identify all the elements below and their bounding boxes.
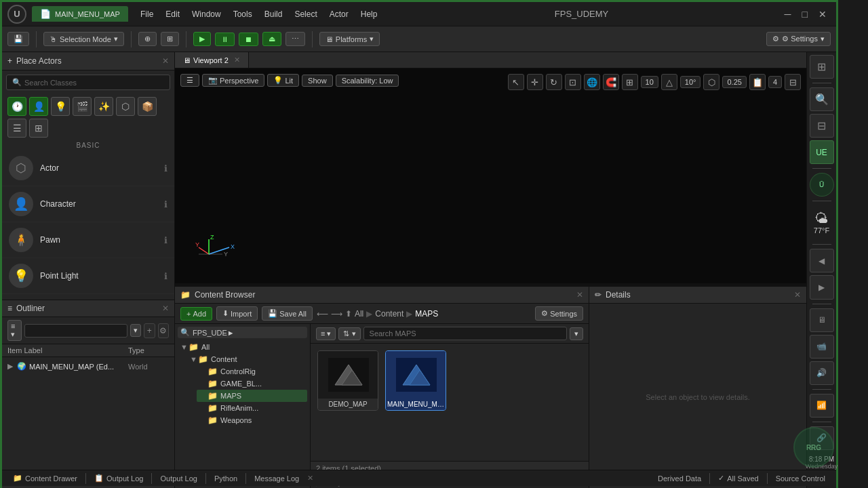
- outliner-filter-button[interactable]: ≡ ▾: [7, 320, 22, 341]
- eject-button[interactable]: ⏏: [262, 32, 281, 46]
- breadcrumb-all[interactable]: All: [355, 309, 363, 319]
- content-browser-tab[interactable]: Content Browser: [195, 290, 255, 300]
- tree-maps[interactable]: ▶ 📁 MAPS: [197, 390, 307, 402]
- tree-controlrig[interactable]: ▶ 📁 ControlRig: [197, 365, 307, 378]
- scale-val[interactable]: 0.25: [722, 76, 746, 88]
- outliner-item-mainmenu[interactable]: ▶ 🌍 MAIN_MENU_MAP (Ed... World: [5, 360, 172, 373]
- pause-button[interactable]: ⏸: [215, 33, 235, 46]
- asset-sort-button[interactable]: ⇅ ▾: [338, 327, 360, 340]
- menu-build[interactable]: Build: [259, 7, 288, 21]
- search-windows-icon[interactable]: 🔍: [810, 87, 834, 111]
- outliner-type-filter[interactable]: ▾: [130, 324, 141, 337]
- expand-icon[interactable]: ▶: [7, 362, 17, 371]
- tree-all[interactable]: ▼ 📁 All: [178, 341, 307, 353]
- maximize-button[interactable]: □: [798, 7, 812, 21]
- selection-mode-button[interactable]: 🖱 Selection Mode ▾: [43, 32, 124, 46]
- settings-button[interactable]: ⚙ ⚙ Settings ▾: [766, 32, 831, 46]
- place-actors-close[interactable]: ✕: [162, 56, 169, 66]
- effects-icon[interactable]: ✨: [94, 97, 113, 116]
- tree-game-bl[interactable]: ▶ 📁 GAME_BL...: [197, 378, 307, 390]
- save-all-button[interactable]: 💾 Save All: [262, 306, 313, 321]
- layout-icon[interactable]: ⊟: [785, 74, 801, 90]
- lights-icon[interactable]: 💡: [51, 97, 70, 116]
- lit-button[interactable]: 💡 Lit: [267, 74, 299, 87]
- cb-settings-button[interactable]: ⚙ Settings: [535, 306, 583, 321]
- close-button[interactable]: ✕: [814, 7, 831, 21]
- move-tool-icon[interactable]: ✛: [527, 74, 543, 90]
- scale-icon[interactable]: ⬡: [703, 74, 719, 90]
- extras-icon[interactable]: ⊞: [29, 119, 48, 138]
- menu-window[interactable]: Window: [186, 7, 226, 21]
- windows-store-icon[interactable]: ⊞: [810, 55, 834, 79]
- actor-item-pawn[interactable]: 🧍 Pawn ℹ: [2, 222, 174, 258]
- ue-brand-icon[interactable]: UE: [810, 140, 834, 164]
- save-button[interactable]: 💾: [7, 32, 29, 46]
- tree-rifleanim[interactable]: ▶ 📁 RifleAnim...: [197, 402, 307, 414]
- all-saved-button[interactable]: ✓ All Saved: [713, 472, 764, 484]
- python-button[interactable]: Python: [209, 473, 243, 484]
- transform-button[interactable]: ⊕: [138, 32, 157, 46]
- play-button[interactable]: ▶: [193, 32, 211, 46]
- menu-tools[interactable]: Tools: [228, 7, 258, 21]
- actor-item-actor[interactable]: ⬡ Actor ℹ: [2, 150, 174, 186]
- source-control-button[interactable]: Source Control: [770, 473, 831, 484]
- recently-placed-icon[interactable]: 🕐: [7, 97, 26, 116]
- character-info-icon[interactable]: ℹ: [164, 199, 167, 209]
- angle-val[interactable]: 10°: [680, 76, 701, 88]
- cb-close[interactable]: ✕: [576, 290, 583, 300]
- viewport-canvas[interactable]: ☰ 📷 Perspective 💡 Lit Show: [175, 68, 806, 283]
- shapes-icon[interactable]: 👤: [29, 97, 48, 116]
- grid-size[interactable]: 10: [641, 76, 658, 88]
- task-view-icon[interactable]: ⊟: [810, 114, 834, 138]
- select-tool-icon[interactable]: ↖: [508, 74, 524, 90]
- scale-tool-icon[interactable]: ⊡: [565, 74, 581, 90]
- tree-weapons[interactable]: ▶ 📁 Weapons: [197, 414, 307, 426]
- actor-info-icon[interactable]: ℹ: [164, 163, 167, 174]
- output-log2-button[interactable]: Output Log: [155, 473, 202, 484]
- more-button[interactable]: ⋯: [285, 32, 305, 46]
- actor-item-character[interactable]: 👤 Character ℹ: [2, 186, 174, 222]
- asset-filter-button[interactable]: ≡ ▾: [316, 327, 336, 340]
- layer-val[interactable]: 4: [768, 76, 782, 88]
- camera-icon[interactable]: 📹: [810, 335, 834, 359]
- asset-view-options[interactable]: ▾: [570, 327, 583, 340]
- breadcrumb-content[interactable]: Content: [375, 309, 403, 319]
- tree-root[interactable]: 🔍 FPS_UDE►: [178, 327, 307, 338]
- nav-up-icon[interactable]: ⬆: [345, 309, 352, 319]
- viewport-menu-button[interactable]: ☰: [180, 74, 199, 87]
- menu-actor[interactable]: Actor: [324, 7, 354, 21]
- platforms-button[interactable]: 🖥 Platforms ▾: [319, 32, 380, 46]
- asset-demo-map[interactable]: DEMO_MAP: [317, 350, 378, 411]
- speaker-icon[interactable]: 🔊: [810, 361, 834, 385]
- breadcrumb-maps[interactable]: MAPS: [415, 309, 438, 319]
- cinema-icon[interactable]: 🎬: [73, 97, 92, 116]
- outliner-close[interactable]: ✕: [162, 304, 169, 313]
- minimize-button[interactable]: ─: [781, 7, 795, 21]
- menu-edit[interactable]: Edit: [160, 7, 185, 21]
- nav-forward-icon[interactable]: ⟶: [331, 309, 342, 319]
- menu-select[interactable]: Select: [289, 7, 322, 21]
- pointlight-info-icon[interactable]: ℹ: [164, 271, 167, 281]
- ue-circle-icon[interactable]: Ū: [810, 173, 834, 197]
- content-drawer-button[interactable]: 📁 Content Drawer: [7, 472, 83, 484]
- geometry-icon[interactable]: ⬡: [116, 97, 135, 116]
- viewport-close-icon[interactable]: ✕: [234, 56, 240, 64]
- tree-content[interactable]: ▼ 📁 Content: [187, 353, 307, 365]
- show-button[interactable]: Show: [302, 75, 333, 87]
- world-icon[interactable]: 🌐: [584, 74, 600, 90]
- outliner-add-button[interactable]: +: [144, 323, 155, 338]
- search-tree-icon[interactable]: 🔍: [180, 328, 190, 337]
- derived-data-button[interactable]: Derived Data: [652, 473, 707, 484]
- nav-right-icon[interactable]: ▶: [810, 275, 834, 299]
- volumes-icon[interactable]: 📦: [138, 97, 157, 116]
- outliner-search-input[interactable]: [24, 324, 127, 338]
- monitor-icon[interactable]: 🖥: [810, 308, 834, 332]
- actor-item-pointlight[interactable]: 💡 Point Light ℹ: [2, 258, 174, 294]
- rotate-tool-icon[interactable]: ↻: [546, 74, 562, 90]
- angle-icon[interactable]: △: [661, 74, 677, 90]
- col-label-header[interactable]: Item Label: [7, 346, 128, 354]
- menu-help[interactable]: Help: [355, 7, 383, 21]
- snap-surface-icon[interactable]: 🧲: [603, 74, 619, 90]
- asset-search-input[interactable]: [363, 327, 567, 340]
- outliner-settings-button[interactable]: ⚙: [158, 323, 169, 338]
